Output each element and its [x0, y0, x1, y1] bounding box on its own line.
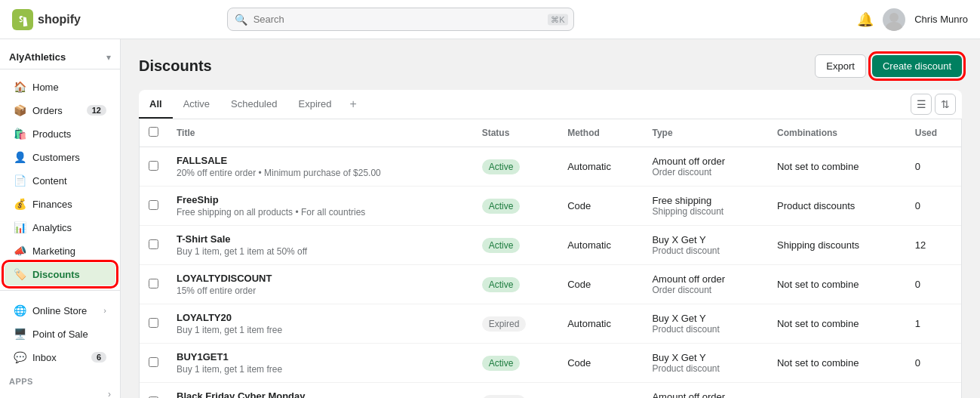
- search-bar[interactable]: 🔍 ⌘K: [227, 8, 574, 31]
- page-header: Discounts Export Create discount: [139, 54, 962, 78]
- inbox-icon: 💬: [14, 351, 26, 363]
- sidebar-item-customers[interactable]: 👤 Customers: [5, 146, 115, 168]
- sidebar-item-inbox[interactable]: 💬 Inbox 6: [5, 346, 115, 369]
- discounts-table-container: Title Status Method Type Combinations Us…: [139, 119, 962, 398]
- marketing-icon: 📣: [14, 245, 26, 257]
- sidebar-item-analytics[interactable]: 📊 Analytics: [5, 216, 115, 239]
- row-title: BUY1GET1 Buy 1 item, get 1 item free: [167, 344, 473, 383]
- export-button[interactable]: Export: [815, 54, 866, 78]
- table-row[interactable]: LOYALTYDISCOUNT 15% off entire order Act…: [140, 265, 961, 304]
- row-status: Active: [473, 265, 559, 304]
- col-combinations: Combinations: [768, 119, 906, 147]
- expand-icon: ›: [103, 306, 106, 315]
- sidebar-item-label: Online Store: [32, 305, 87, 316]
- row-checkbox[interactable]: [140, 304, 167, 344]
- customers-icon: 👤: [14, 151, 26, 163]
- table-row[interactable]: Black Friday Cyber Monday 25% off entire…: [140, 383, 961, 399]
- sidebar-item-marketing[interactable]: 📣 Marketing: [5, 239, 115, 262]
- app-layout: AlyAthletics ▾ 🏠 Home 📦 Orders 12 🛍️ Pro…: [0, 39, 980, 398]
- sidebar-item-finances[interactable]: 💰 Finances: [5, 193, 115, 215]
- inbox-badge: 6: [91, 352, 106, 363]
- top-navigation: shopify 🔍 ⌘K 🔔 Chris Munro: [0, 0, 980, 39]
- tab-expired[interactable]: Expired: [287, 91, 342, 119]
- row-title: LOYALTY20 Buy 1 item, get 1 item free: [167, 304, 473, 344]
- row-checkbox[interactable]: [140, 383, 167, 399]
- row-used: 12: [906, 226, 961, 265]
- row-checkbox[interactable]: [140, 226, 167, 265]
- home-icon: 🏠: [14, 81, 26, 93]
- tab-active[interactable]: Active: [173, 91, 220, 119]
- sidebar-item-label: Home: [32, 82, 59, 93]
- row-type: Buy X Get Y Product discount: [643, 304, 768, 344]
- sidebar-item-label: Analytics: [32, 222, 72, 233]
- row-method: Code: [558, 383, 643, 399]
- add-tab-button[interactable]: +: [343, 90, 364, 119]
- main-content: Discounts Export Create discount All Act…: [121, 39, 980, 398]
- row-method: Code: [558, 344, 643, 383]
- svg-point-0: [889, 13, 899, 22]
- row-method: Automatic: [558, 304, 643, 344]
- sidebar-item-orders[interactable]: 📦 Orders 12: [5, 99, 115, 122]
- row-title: LOYALTYDISCOUNT 15% off entire order: [167, 265, 473, 304]
- sidebar-item-content[interactable]: 📄 Content: [5, 169, 115, 192]
- row-status: Active: [473, 344, 559, 383]
- select-all-checkbox[interactable]: [149, 127, 158, 137]
- sidebar-item-label: Content: [32, 175, 67, 187]
- row-combinations: Not set to combine: [768, 147, 906, 187]
- sidebar-item-label: Inbox: [32, 352, 57, 363]
- notification-bell-icon[interactable]: 🔔: [857, 11, 874, 28]
- row-combinations: Not set to combine: [768, 265, 906, 304]
- row-method: Automatic: [558, 226, 643, 265]
- row-used: 0: [906, 147, 961, 187]
- create-discount-button[interactable]: Create discount: [872, 55, 962, 77]
- finances-icon: 💰: [14, 198, 26, 210]
- sidebar-item-label: Finances: [32, 199, 72, 210]
- search-input[interactable]: [227, 8, 574, 31]
- row-method: Code: [558, 265, 643, 304]
- search-icon: 🔍: [235, 14, 247, 26]
- sidebar-item-online-store[interactable]: 🌐 Online Store ›: [5, 299, 115, 322]
- table-row[interactable]: LOYALTY20 Buy 1 item, get 1 item free Ex…: [140, 304, 961, 344]
- sidebar-item-pos[interactable]: 🖥️ Point of Sale: [5, 322, 115, 345]
- row-title: FreeShip Free shipping on all products •…: [167, 187, 473, 226]
- online-store-icon: 🌐: [14, 304, 26, 316]
- sidebar-item-label: Products: [32, 128, 71, 140]
- tab-all[interactable]: All: [139, 91, 173, 119]
- sidebar-item-discounts[interactable]: 🏷️ Discounts: [5, 263, 115, 285]
- row-checkbox[interactable]: [140, 265, 167, 304]
- shopify-logo[interactable]: shopify: [12, 9, 81, 30]
- col-method: Method: [558, 119, 643, 147]
- col-used: Used: [906, 119, 961, 147]
- row-method: Code: [558, 187, 643, 226]
- row-status: Expired: [473, 304, 559, 344]
- orders-badge: 12: [87, 105, 106, 116]
- sort-button[interactable]: ⇅: [935, 94, 956, 115]
- sidebar-item-products[interactable]: 🛍️ Products: [5, 122, 115, 145]
- filter-button[interactable]: ☰: [911, 94, 932, 115]
- table-row[interactable]: BUY1GET1 Buy 1 item, get 1 item free Act…: [140, 344, 961, 383]
- apps-expand-icon[interactable]: ›: [108, 389, 111, 398]
- avatar[interactable]: [883, 8, 905, 31]
- table-row[interactable]: T-Shirt Sale Buy 1 item, get 1 item at 5…: [140, 226, 961, 265]
- col-title: Title: [167, 119, 473, 147]
- header-actions: Export Create discount: [815, 54, 962, 78]
- row-type: Free shipping Shipping discount: [643, 187, 768, 226]
- row-checkbox[interactable]: [140, 147, 167, 187]
- sidebar-item-label: Point of Sale: [32, 329, 88, 340]
- col-checkbox: [140, 119, 167, 147]
- table-row[interactable]: FreeShip Free shipping on all products •…: [140, 187, 961, 226]
- nav-right: 🔔 Chris Munro: [857, 8, 968, 31]
- row-checkbox[interactable]: [140, 187, 167, 226]
- table-row[interactable]: FALLSALE 20% off entire order • Minimum …: [140, 147, 961, 187]
- shopify-logo-icon: [12, 9, 33, 30]
- sidebar-item-home[interactable]: 🏠 Home: [5, 76, 115, 98]
- row-combinations: Not set to combine: [768, 344, 906, 383]
- store-selector[interactable]: AlyAthletics ▾: [0, 45, 120, 69]
- discounts-table: Title Status Method Type Combinations Us…: [140, 119, 961, 398]
- tab-scheduled[interactable]: Scheduled: [220, 91, 287, 119]
- row-type: Amount off order Order discount: [643, 383, 768, 399]
- row-type: Buy X Get Y Product discount: [643, 344, 768, 383]
- sidebar-item-label: Discounts: [32, 269, 80, 280]
- row-checkbox[interactable]: [140, 344, 167, 383]
- row-type: Amount off order Order discount: [643, 147, 768, 187]
